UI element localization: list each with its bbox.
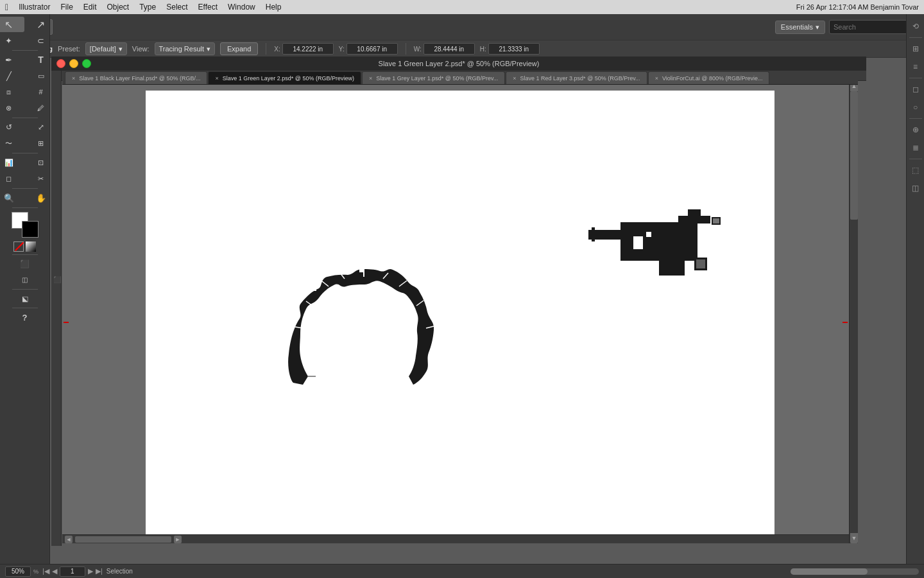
menu-effect[interactable]: Effect <box>193 1 223 13</box>
y-input[interactable] <box>346 43 398 55</box>
menu-type[interactable]: Type <box>134 1 161 13</box>
rect-tool[interactable]: ▭ <box>26 68 56 83</box>
slice-tool[interactable]: ⊡ <box>26 155 56 170</box>
first-page-button[interactable]: |◀ <box>42 567 49 575</box>
pen-tool[interactable]: ✒ <box>0 52 24 67</box>
eyedropper-tool[interactable]: 🖉 <box>26 100 56 116</box>
right-tool-4[interactable]: ◻ <box>909 82 923 96</box>
svg-rect-18 <box>633 236 643 249</box>
progress-bar <box>791 568 919 575</box>
none-swatch[interactable] <box>13 241 24 252</box>
right-tool-8[interactable]: ⬚ <box>909 163 923 177</box>
scale-tool[interactable]: ⤢ <box>26 119 56 135</box>
tab-4[interactable]: × ViolinForCut.ai @ 800% (RGB/Previe... <box>648 71 770 84</box>
menu-object[interactable]: Object <box>102 1 135 13</box>
line-tool[interactable]: ╱ <box>0 68 24 83</box>
menu-select[interactable]: Select <box>161 1 193 13</box>
tab-0[interactable]: × Slave 1 Black Layer Final.psd* @ 50% (… <box>65 71 207 84</box>
next-page-button[interactable]: ▶ <box>88 567 93 575</box>
page-input[interactable] <box>60 566 85 577</box>
page-navigation: |◀ ◀ ▶ ▶| <box>42 566 103 577</box>
svg-rect-23 <box>713 218 719 223</box>
datetime-display: Fri 26 Apr 12:17:04 AM Benjamin Tovar <box>796 3 919 11</box>
rotate-tool[interactable]: ↺ <box>0 119 24 135</box>
stroke-color[interactable] <box>22 221 38 238</box>
left-toolbar: ↖ ↗ ✦ ⊂ ✒ T ╱ ▭ ⧈ # ⊗ 🖉 ↺ ⤢ 〜 ⊞ 📊 ⊡ ◻ ✂ … <box>0 14 50 564</box>
view-label: View: <box>132 45 150 53</box>
hand-tool[interactable]: ✋ <box>26 190 56 206</box>
window-maximize-button[interactable] <box>82 59 91 68</box>
svg-rect-10 <box>359 269 364 272</box>
right-tool-2[interactable]: ⊞ <box>909 42 923 56</box>
scroll-down-button[interactable]: ▼ <box>850 533 858 543</box>
preset-dropdown[interactable]: [Default]▾ <box>85 42 127 55</box>
expand-button[interactable]: Expand <box>220 42 258 55</box>
scroll-left-button[interactable]: ◄ <box>65 536 73 543</box>
vertical-scrollbar[interactable]: ▲ ▼ <box>849 81 858 543</box>
normal-mode[interactable]: □ <box>0 272 8 287</box>
svg-rect-16 <box>688 209 701 217</box>
zoom-input[interactable] <box>5 566 31 577</box>
graph-tool[interactable]: 📊 <box>0 155 24 170</box>
window-close-button[interactable] <box>56 59 65 68</box>
preset-label: Preset: <box>58 45 80 53</box>
direct-selection-tool[interactable]: ↗ <box>26 17 56 32</box>
opacity-mode[interactable]: ◫ <box>10 272 40 287</box>
mesh-tool[interactable]: # <box>26 84 56 100</box>
scroll-thumb-v[interactable] <box>850 91 858 220</box>
svg-rect-14 <box>592 227 595 241</box>
right-tool-9[interactable]: ◫ <box>909 181 923 195</box>
menu-edit[interactable]: Edit <box>78 1 102 13</box>
view-dropdown[interactable]: Tracing Result▾ <box>155 42 216 55</box>
x-label: X: <box>274 46 280 53</box>
right-tool-6[interactable]: ⊕ <box>909 123 923 137</box>
warp-tool[interactable]: 〜 <box>0 136 24 151</box>
scroll-right-button[interactable]: ► <box>174 536 182 543</box>
color-mode[interactable]: ⬛ <box>42 272 73 287</box>
lasso-tool[interactable]: ⊂ <box>26 33 56 48</box>
canvas-area: ▲ ▼ ◄ ► <box>62 81 858 543</box>
zoom-percent: % <box>33 568 38 575</box>
help-tool[interactable]: ? <box>10 310 40 325</box>
artboard-tool[interactable]: ⬕ <box>10 291 40 306</box>
svg-rect-19 <box>646 232 651 237</box>
scroll-thumb-h[interactable] <box>75 536 171 543</box>
right-tool-1[interactable]: ⟲ <box>909 19 923 33</box>
gradient-swatch[interactable] <box>26 241 36 252</box>
menu-file[interactable]: File <box>55 1 78 13</box>
menu-window[interactable]: Window <box>223 1 261 13</box>
blend-tool[interactable]: ⊗ <box>0 100 24 116</box>
zoom-tool[interactable]: 🔍 <box>0 190 24 206</box>
screen-mode-button[interactable]: ⬛ <box>10 256 40 272</box>
window-minimize-button[interactable] <box>69 59 78 68</box>
last-page-button[interactable]: ▶| <box>96 567 103 575</box>
h-input[interactable] <box>488 43 540 55</box>
free-transform-tool[interactable]: ⊞ <box>26 136 56 151</box>
horizontal-scrollbar[interactable]: ◄ ► <box>62 534 849 543</box>
prev-page-button[interactable]: ◀ <box>52 567 57 575</box>
tab-2[interactable]: × Slave 1 Grey Layer 1.psd* @ 50% (RGB/P… <box>362 71 505 84</box>
tracing-toolbar: Image Tracing Preset: [Default]▾ View: T… <box>0 40 924 58</box>
magic-wand-tool[interactable]: ✦ <box>0 33 24 48</box>
scissors-tool[interactable]: ✂ <box>26 171 56 186</box>
menu-illustrator[interactable]: Illustrator <box>13 1 55 13</box>
right-tool-3[interactable]: ≡ <box>909 60 923 74</box>
color-swatches <box>12 212 38 238</box>
tab-1[interactable]: × Slave 1 Green Layer 2.psd* @ 50% (RGB/… <box>208 71 361 84</box>
paint-bucket-tool[interactable]: ⧈ <box>0 84 24 100</box>
selection-tool[interactable]: ↖ <box>0 17 24 32</box>
type-tool[interactable]: T <box>26 52 56 67</box>
right-tool-7[interactable]: ≣ <box>909 141 923 155</box>
tab-3[interactable]: × Slave 1 Red Layer 3.psd* @ 50% (RGB/Pr… <box>506 71 647 84</box>
color-options <box>13 241 36 252</box>
eraser-tool[interactable]: ◻ <box>0 171 24 186</box>
w-input[interactable] <box>424 43 475 55</box>
right-tool-5[interactable]: ○ <box>909 100 923 114</box>
apple-logo[interactable]:  <box>5 2 8 12</box>
essentials-dropdown[interactable]: Essentials ▾ <box>775 21 825 34</box>
arch-shape <box>284 264 444 386</box>
search-input[interactable] <box>829 20 919 34</box>
x-input[interactable] <box>282 43 334 55</box>
menu-help[interactable]: Help <box>261 1 287 13</box>
status-bar: % |◀ ◀ ▶ ▶| Selection <box>0 564 924 578</box>
